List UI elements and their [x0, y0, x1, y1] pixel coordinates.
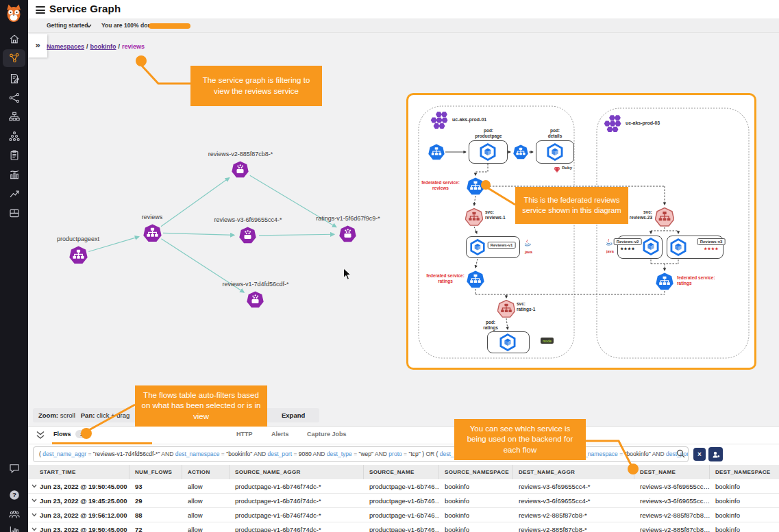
query-token: dest_type — [327, 451, 352, 457]
search-icon[interactable] — [676, 449, 685, 458]
sidebar-item-home[interactable] — [3, 30, 25, 48]
graph-node-label: productpageext — [23, 236, 133, 242]
table-row[interactable]: Jun 23, 2022 @ 19:50:45.00093allowproduc… — [28, 479, 779, 494]
query-token: dest_namespace — [175, 451, 220, 457]
clear-filter-button[interactable]: × — [693, 448, 706, 461]
table-cell: reviews-v3-6f69655cc4-* — [513, 479, 634, 494]
table-row[interactable]: Jun 23, 2022 @ 19:56:12.00088allowproduc… — [28, 508, 779, 522]
tab-alerts[interactable]: Alerts — [271, 431, 289, 438]
sidebar-item-help[interactable]: ? — [3, 486, 25, 504]
table-cell: bookinfo — [710, 508, 779, 522]
storage-glyph — [8, 207, 21, 219]
diagram-label: Ruby — [562, 166, 572, 171]
column-header-num_flows[interactable]: NUM_FLOWS — [129, 465, 182, 479]
tab-http[interactable]: HTTP — [236, 431, 253, 438]
sidebar-item-cluster[interactable] — [3, 127, 25, 145]
graph-node-reviews[interactable] — [143, 224, 162, 245]
row-expand-chevron-icon[interactable] — [32, 498, 37, 503]
query-token: dest_port — [268, 451, 292, 457]
sidebar-item-nodes[interactable] — [3, 108, 25, 126]
row-expand-chevron-icon[interactable] — [32, 513, 37, 517]
diagram-label: pod: details — [548, 128, 562, 140]
graph-node-reviews-v3[interactable] — [239, 227, 256, 246]
graph-node-productpageext[interactable] — [69, 246, 88, 267]
sidebar-item-storage[interactable] — [3, 204, 25, 222]
row-expand-chevron-icon[interactable] — [32, 527, 37, 531]
hamburger-menu-icon[interactable] — [36, 6, 45, 16]
table-cell: productpage-v1-6b746… — [364, 494, 439, 508]
column-header-source_namespace[interactable]: SOURCE_NAMESPACE — [439, 465, 513, 479]
pod-icon — [669, 238, 687, 259]
column-header-source_name_aggr[interactable]: SOURCE_NAME_AGGR — [230, 465, 364, 479]
table-cell: 72 — [129, 522, 182, 532]
sidebar-item-policies[interactable] — [3, 70, 25, 88]
sidebar-item-trends[interactable] — [3, 185, 25, 203]
tab-bar: Flows 20 HTTP Alerts Capture Jobs — [28, 427, 779, 444]
cluster-boundary — [597, 108, 749, 358]
stats-glyph — [8, 524, 21, 532]
sidebar-item-network[interactable] — [3, 89, 25, 107]
tab-capture-jobs[interactable]: Capture Jobs — [307, 431, 347, 438]
column-header-dest_name[interactable]: DEST_NAME — [634, 465, 710, 479]
column-header-action[interactable]: ACTION — [182, 465, 230, 479]
table-row[interactable]: Jun 23, 2022 @ 19:45:25.00029allowproduc… — [28, 494, 779, 508]
query-token: ( — [39, 451, 41, 457]
table-cell: productpage-v1-6b746f74dc-* — [230, 522, 364, 532]
sidebar-item-users[interactable] — [3, 505, 25, 523]
sidebar-item-service-graph[interactable] — [3, 49, 25, 67]
query-token: 9080 — [299, 451, 312, 457]
mouse-cursor — [343, 268, 351, 281]
query-token: = — [354, 451, 357, 457]
cluster-icon — [603, 114, 621, 136]
tigera-logo[interactable] — [3, 3, 24, 23]
query-token: = — [221, 451, 225, 457]
table-cell: Jun 23, 2022 @ 19:45:25.000 — [28, 494, 129, 508]
sidebar-item-chat[interactable] — [3, 459, 25, 477]
svc-icon — [465, 208, 483, 229]
graph-node-reviews-v1[interactable] — [247, 291, 264, 311]
flows-filter-query-input[interactable]: ( dest_name_aggr = "reviews-v1-7d4fd56cd… — [33, 446, 689, 462]
diagram-label: svc: reviews-23 — [630, 210, 652, 221]
collapse-panel-icon[interactable] — [36, 431, 45, 440]
sidebar-item-compliance[interactable] — [3, 147, 25, 164]
graph-node-label: reviews — [97, 214, 207, 220]
graph-node-ratings-v1[interactable] — [339, 225, 356, 245]
getting-started-dropdown[interactable]: Getting started — [47, 22, 88, 29]
query-row: ( dest_name_aggr = "reviews-v1-7d4fd56cd… — [28, 444, 779, 465]
graph-node-label: reviews-v1-7d4fd56cdf-* — [201, 281, 310, 288]
graph-node-label: reviews-v3-6f69655cc4-* — [193, 216, 303, 223]
query-token: AND — [375, 451, 387, 457]
row-expand-chevron-icon[interactable] — [32, 484, 37, 488]
table-cell: Jun 23, 2022 @ 19:50:45.000 — [28, 479, 129, 494]
diagram-label: java — [606, 249, 614, 254]
federated-service-icon — [467, 177, 484, 198]
diagram-label: java — [525, 250, 532, 255]
service-icon — [428, 144, 445, 163]
network-glyph — [8, 92, 21, 104]
svc-icon — [497, 300, 515, 320]
chevron-down-icon — [86, 24, 92, 28]
pod-version-label: Reviews-v3 — [697, 238, 726, 245]
column-header-dest_name_aggr[interactable]: DEST_NAME_AGGR — [513, 465, 634, 479]
diagram-label: uc-aks-prod-01 — [452, 116, 486, 123]
table-cell: reviews-v3-6f69655cc4-* — [513, 494, 634, 508]
table-row[interactable]: Jun 23, 2022 @ 19:50:45.00072allowproduc… — [28, 522, 779, 532]
breadcrumb-bookinfo[interactable]: bookinfo — [90, 43, 116, 50]
tab-flows[interactable]: Flows — [53, 431, 71, 438]
panel-expander-button[interactable]: » — [28, 34, 47, 58]
sidebar-item-activity[interactable] — [3, 166, 25, 183]
column-header-start_time[interactable]: START_TIME — [28, 465, 129, 479]
graph-node-reviews-v2[interactable] — [232, 161, 249, 181]
query-token: "wep" — [358, 451, 373, 457]
diagram-label: svc: ratings-1 — [517, 301, 535, 313]
sidebar-item-stats[interactable] — [3, 522, 25, 532]
diagram-label: federated service: ratings — [677, 275, 715, 287]
getting-started-bar: Getting started You are 100% done — [28, 19, 779, 33]
breadcrumb: Namespaces/bookinfo/reviews — [47, 43, 145, 50]
column-header-source_name[interactable]: SOURCE_NAME — [364, 465, 439, 479]
user-filter-button[interactable] — [708, 447, 723, 461]
breadcrumb-namespaces[interactable]: Namespaces — [47, 43, 84, 50]
federation-diagram-panel: uc-aks-prod-01uc-aks-prod-03pod: product… — [406, 93, 756, 370]
query-token: AND — [313, 451, 325, 457]
column-header-dest_namespace[interactable]: DEST_NAMESPACE — [710, 465, 779, 479]
